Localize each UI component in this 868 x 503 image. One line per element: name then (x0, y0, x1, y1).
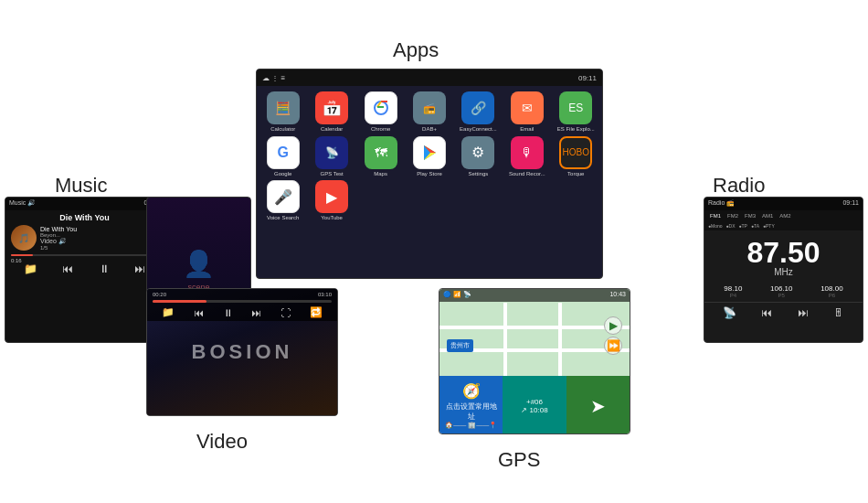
apps-status-left: ☁ ⋮ ≡ (262, 74, 285, 82)
radio-preset-p6-freq: 108.00 (820, 284, 842, 293)
music-album-art: 🎵 (11, 225, 37, 251)
radio-tune-icon[interactable]: 🎚 (833, 306, 844, 319)
video-time-total: 03:10 (318, 292, 332, 297)
music-screen: Music 🔊 00:02 Die With You 🎵 Die With Yo… (5, 197, 164, 343)
app-sound-recorder[interactable]: 🎙 Sound Recor... (504, 136, 549, 177)
app-dab[interactable]: 📻 DAB+ (407, 91, 451, 133)
radio-ta-option: ●TA (751, 223, 759, 229)
video-repeat-icon[interactable]: 🔁 (310, 306, 323, 318)
radio-settings-icon[interactable]: 📡 (723, 306, 736, 319)
radio-screen: Radio 📻 09:11 FM1 FM2 FM3 AM1 AM2 ●Mono … (704, 197, 863, 343)
gps-panel-info[interactable]: +#06 ↗ 10:08 (503, 376, 566, 434)
app-gps-test[interactable]: 📡 GPS Test (309, 136, 354, 177)
radio-band-fm1[interactable]: FM1 (708, 212, 723, 219)
radio-status-right: 09:11 (842, 199, 859, 209)
radio-controls[interactable]: 📡 ⏮ ⏭ 🎚 (704, 302, 863, 323)
music-progress-bar: 0:16 (11, 254, 158, 256)
gps-status-left: 🔵 📶 📡 (443, 291, 471, 300)
radio-pty-option: ●PTY (763, 223, 775, 229)
video-prev-icon[interactable]: ⏮ (194, 307, 204, 318)
radio-preset-p4[interactable]: 98.10 P4 (724, 284, 742, 298)
gps-screen: 🔵 📶 📡 10:43 ▶ ⏩ 贵州市 🧭 点击设置常用地址 🏠—— 🏢——📍 … (439, 288, 630, 434)
app-email[interactable]: ✉ Email (504, 91, 549, 133)
radio-options-row: ●Mono ●DX ●TP ●TA ●PTY (704, 221, 863, 230)
radio-band-fm2[interactable]: FM2 (725, 212, 740, 219)
gps-statusbar: 🔵 📶 📡 10:43 (439, 289, 630, 302)
apps-screen: ☁ ⋮ ≡ 09:11 🧮 Calculator 📅 Calendar Chro… (256, 69, 603, 279)
radio-frequency: 87.50 (704, 238, 863, 267)
app-youtube[interactable]: ▶ YouTube (309, 180, 354, 221)
gps-status-time: 10:43 (609, 291, 626, 300)
video-bg: BOSION 00:20 03:10 📁 ⏮ ⏸ ⏭ ⛶ 🔁 (147, 289, 337, 415)
map-road-v1 (503, 303, 507, 376)
music-info-row: 🎵 Die With You Beyon... Video 🔊 1/5 (5, 224, 164, 252)
gps-nav-buttons: ▶ ⏩ (604, 316, 622, 355)
video-controls-bar: 00:20 03:10 📁 ⏮ ⏸ ⏭ ⛶ 🔁 (147, 289, 337, 321)
music-label: Music (55, 174, 107, 198)
music-progress-fill (11, 254, 33, 256)
radio-statusbar: Radio 📻 09:11 (704, 198, 863, 210)
app-maps[interactable]: 🗺 Maps (358, 136, 403, 177)
gps-arrow-icon: ➤ (590, 395, 606, 417)
app-easyconnect[interactable]: 🔗 EasyConnect... (456, 91, 501, 133)
app-torque[interactable]: HOBO Torque (554, 136, 598, 177)
radio-band-am1[interactable]: AM1 (760, 212, 775, 219)
radio-next-icon[interactable]: ⏭ (798, 306, 809, 319)
video-watermark: BOSION (192, 340, 293, 364)
radio-prev-icon[interactable]: ⏮ (761, 306, 772, 319)
apps-statusbar: ☁ ⋮ ≡ 09:11 (257, 70, 602, 86)
app-chrome[interactable]: Chrome (358, 91, 403, 133)
music-statusbar: Music 🔊 00:02 (5, 198, 164, 210)
video-controls[interactable]: 📁 ⏮ ⏸ ⏭ ⛶ 🔁 (153, 306, 332, 318)
radio-band-am2[interactable]: AM2 (778, 212, 792, 219)
app-es-file[interactable]: ES ES File Explo... (554, 91, 598, 133)
gps-panel-navigate[interactable]: 🧭 点击设置常用地址 🏠—— 🏢——📍 (439, 376, 503, 434)
music-details: Die With You Beyon... Video 🔊 1/5 (40, 226, 158, 251)
radio-band-fm3[interactable]: FM3 (743, 212, 757, 219)
radio-preset-p6[interactable]: 108.00 P6 (820, 284, 842, 298)
gps-map-area: 🔵 📶 📡 10:43 ▶ ⏩ 贵州市 (439, 289, 630, 376)
app-google[interactable]: G Google (260, 136, 305, 177)
video-next-icon[interactable]: ⏭ (251, 307, 261, 318)
radio-preset-p4-freq: 98.10 (724, 284, 742, 293)
music-prev-icon[interactable]: ⏮ (62, 262, 73, 275)
radio-tp-option: ●TP (739, 223, 747, 229)
radio-label: Radio (713, 174, 765, 198)
app-voice-search[interactable]: 🎤 Voice Search (260, 180, 305, 221)
music-count: 1/5 (40, 245, 158, 251)
radio-status-left: Radio 📻 (708, 199, 735, 209)
gps-location-name: 贵州市 (447, 339, 473, 352)
navigate-icon: 🧭 (462, 382, 481, 400)
music-track-name: Die With You (40, 226, 158, 232)
video-progress-fill (153, 300, 206, 303)
gps-panel-arrow[interactable]: ➤ (566, 376, 630, 434)
gps-panel2-line2: ↗ 10:08 (521, 406, 547, 414)
apps-grid: 🧮 Calculator 📅 Calendar Chrome 📻 DAB+ 🔗 … (257, 86, 602, 227)
music-folder-icon[interactable]: 📁 (24, 262, 37, 275)
app-calendar[interactable]: 📅 Calendar (309, 91, 354, 133)
video-fullscreen-icon[interactable]: ⛶ (281, 307, 291, 318)
video-folder-icon[interactable]: 📁 (162, 306, 175, 318)
music-play-icon[interactable]: ⏸ (99, 262, 110, 275)
music-time-elapsed: 0:16 (11, 258, 22, 263)
gps-panel1-sub: 🏠—— 🏢——📍 (445, 422, 497, 429)
music-controls[interactable]: 📁 ⏮ ⏸ ⏭ (5, 259, 164, 279)
music-next-icon[interactable]: ⏭ (134, 262, 145, 275)
apps-status-right: 09:11 (578, 74, 597, 82)
video-time-row: 00:20 03:10 (153, 292, 332, 297)
radio-preset-p6-label: P6 (820, 293, 842, 298)
radio-freq-display: 87.50 MHz (704, 230, 863, 281)
radio-preset-p5-freq: 106.10 (770, 284, 792, 293)
app-calculator[interactable]: 🧮 Calculator (260, 91, 305, 133)
app-play-store[interactable]: Play Store (407, 136, 451, 177)
video-progress-bar (153, 300, 332, 303)
radio-preset-p5[interactable]: 106.10 P5 (770, 284, 792, 298)
video-play-icon[interactable]: ⏸ (223, 307, 233, 318)
music-song-title: Die With You (5, 210, 164, 224)
apps-label: Apps (393, 38, 439, 62)
app-settings[interactable]: ⚙ Settings (456, 136, 501, 177)
radio-dx-option: ●DX (726, 223, 736, 229)
radio-mono-option: ●Mono (708, 223, 723, 229)
gps-bottom-panels: 🧭 点击设置常用地址 🏠—— 🏢——📍 +#06 ↗ 10:08 ➤ (439, 376, 630, 434)
radio-preset-p5-label: P5 (770, 293, 792, 298)
